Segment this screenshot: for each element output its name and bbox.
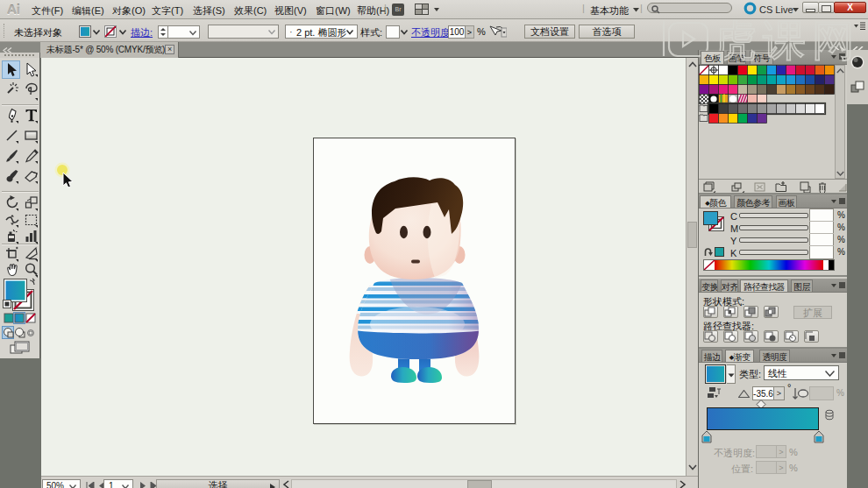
svg-text:虎课网: 虎课网 [714,17,861,62]
